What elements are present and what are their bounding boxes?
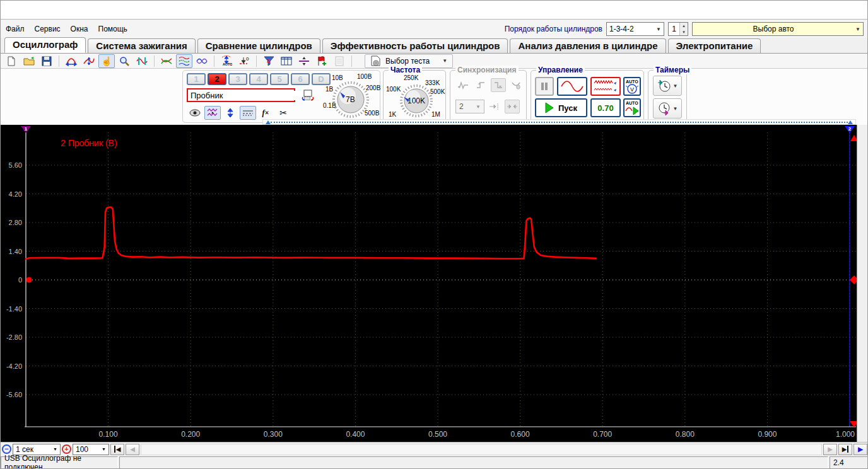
falling-edge-icon (493, 81, 503, 90)
stepper-arrows[interactable]: ▲▼ (679, 23, 688, 35)
voltage-knob-label: 1В (326, 86, 333, 93)
tab-power-supply[interactable]: Электропитание (668, 38, 761, 53)
single-sweep-button[interactable] (557, 77, 587, 96)
pan-left-handle[interactable] (266, 120, 271, 124)
dashed-lines-icon (242, 109, 254, 117)
step-back-button[interactable]: ◀ (126, 444, 139, 455)
waveform-mode-button[interactable] (204, 106, 221, 120)
tab-cylinder-comparison[interactable]: Сравнение цилиндров (197, 38, 320, 53)
tab-cylinder-pressure[interactable]: Анализ давления в цилиндре (510, 38, 666, 53)
pause-button[interactable] (535, 77, 554, 96)
visibility-button[interactable] (187, 106, 203, 120)
sync-rising-edge-button[interactable] (473, 78, 488, 92)
test-select-label: Выбор теста (385, 57, 430, 66)
start-button[interactable]: Пуск (535, 98, 587, 117)
cylinder-number-stepper[interactable]: 1 ▲▼ (668, 22, 688, 36)
y-tick-label: -2.80 (6, 333, 22, 341)
zero-level-button[interactable]: 0 (236, 54, 252, 68)
menu-file[interactable]: Файл (1, 23, 30, 35)
timer-interval-button[interactable]: ▼ (653, 98, 682, 119)
save-button[interactable] (38, 54, 55, 68)
filter-button[interactable]: 2 (261, 54, 277, 68)
notes-button[interactable] (331, 54, 348, 68)
menu-windows[interactable]: Окна (66, 23, 93, 35)
table-button[interactable] (278, 54, 295, 68)
zoom-in-icon[interactable]: + (62, 444, 71, 454)
step-forward-button[interactable]: ▶ (823, 444, 837, 455)
channel-trace-label: 2 Пробник (В) (61, 138, 117, 148)
x-tick-label: 1.000 (836, 430, 855, 439)
hand-icon: ☝ (101, 56, 112, 66)
play-forward-button[interactable]: ▶ (853, 444, 867, 455)
samples-combo[interactable]: 100 ▼ (73, 444, 109, 455)
probe-tools-button[interactable]: ✂ (275, 106, 291, 120)
channel-1-button[interactable]: 1 (187, 73, 206, 85)
tab-oscilloscope[interactable]: Осциллограф (4, 37, 86, 53)
oscilloscope-display[interactable]: 0.1000.2000.3000.4000.5000.6000.7000.800… (1, 125, 868, 442)
sync-center-button[interactable] (505, 100, 520, 113)
sync-pretrigger-button[interactable] (487, 100, 502, 113)
formula-button[interactable]: f× (257, 106, 274, 120)
stepper-up-icon[interactable]: ▲ (680, 23, 688, 29)
auto-voltage-button[interactable]: AUTOV (623, 77, 641, 96)
go-to-end-button[interactable]: ▶ (838, 444, 852, 455)
stretch-vertical-button[interactable] (81, 54, 97, 68)
channel-panel: 1 2 3 4 5 6 D ... (182, 70, 380, 123)
pan-right-handle[interactable] (848, 120, 853, 124)
open-file-button[interactable] (21, 54, 37, 68)
menu-help[interactable]: Помощь (93, 23, 132, 35)
tab-cylinder-efficiency[interactable]: Эффективность работы цилиндров (322, 38, 508, 53)
probe-name-input[interactable] (188, 91, 304, 100)
frequency-knob-label: 100K (386, 86, 401, 93)
frequency-knob[interactable]: 1K 100K 250K 333K 500K 1M 100K (385, 73, 445, 122)
trace-top-marker-icon[interactable] (850, 135, 857, 141)
auto-select-combo[interactable]: Выбор авто ▼ (692, 22, 864, 36)
stepper-down-icon[interactable]: ▼ (680, 29, 688, 35)
channel-6-button[interactable]: 6 (291, 73, 310, 85)
menu-service[interactable]: Сервис (30, 23, 66, 35)
sync-channel-value: 2 (459, 102, 464, 111)
probe-swap-icon[interactable] (300, 88, 315, 103)
channel-5-button[interactable]: 5 (270, 73, 289, 85)
ground-level-right-icon[interactable] (850, 275, 857, 284)
x-tick-label: 0.700 (593, 430, 612, 439)
tab-ignition-system[interactable]: Система зажигания (88, 38, 195, 53)
channel-3-button[interactable]: 3 (228, 73, 247, 85)
channel-4-button[interactable]: 4 (249, 73, 268, 85)
tab-bar: Осциллограф Система зажигания Сравнение … (1, 38, 868, 54)
zoom-tool-button[interactable] (116, 54, 132, 68)
timer-start-button[interactable]: ▼ (653, 76, 682, 96)
hand-tool-button[interactable]: ☝ (98, 54, 115, 68)
threshold-value-button[interactable]: 0.70 (590, 98, 621, 117)
time-scale-combo[interactable]: 1 сек ▼ (13, 444, 61, 455)
auto-scale-button[interactable]: AUTO (218, 54, 235, 68)
timers-title: Таймеры (654, 66, 691, 74)
burst-mode-button[interactable] (590, 77, 621, 96)
multi-waves-button[interactable] (176, 54, 192, 68)
two-waves-button[interactable] (194, 54, 210, 68)
auto-sync-button[interactable]: AUTO (623, 98, 641, 117)
go-to-start-button[interactable]: ◀ (110, 444, 124, 455)
split-view-button[interactable] (296, 54, 312, 68)
play-icon (545, 102, 554, 113)
ground-level-left-icon[interactable] (26, 277, 32, 283)
zoom-out-icon[interactable]: − (2, 444, 11, 454)
sync-falling-edge-button[interactable] (491, 78, 506, 92)
pan-range-slider[interactable] (262, 119, 856, 125)
compare-waves-button[interactable] (158, 54, 175, 68)
channel-2-button[interactable]: 2 (208, 73, 226, 85)
scroll-track[interactable] (141, 444, 822, 455)
new-document-button[interactable] (3, 54, 20, 68)
flag-add-icon (316, 56, 327, 66)
add-flag-button[interactable] (314, 54, 330, 68)
magnifier-icon (119, 56, 129, 66)
ground-lines-button[interactable] (240, 106, 256, 120)
sync-manual-button[interactable] (508, 78, 524, 92)
sync-wave-button[interactable] (455, 78, 471, 92)
voltage-knob[interactable]: 0.1В 1В 10В 100В 200В 500В 7В (317, 72, 380, 122)
vertical-scale-button[interactable] (222, 106, 238, 120)
signal-markers-button[interactable] (134, 54, 150, 68)
stretch-horizontal-button[interactable] (63, 54, 79, 68)
cylinder-order-combo[interactable]: 1-3-4-2 ▼ (606, 22, 664, 36)
sync-channel-combo[interactable]: 2 ▼ (455, 100, 484, 113)
